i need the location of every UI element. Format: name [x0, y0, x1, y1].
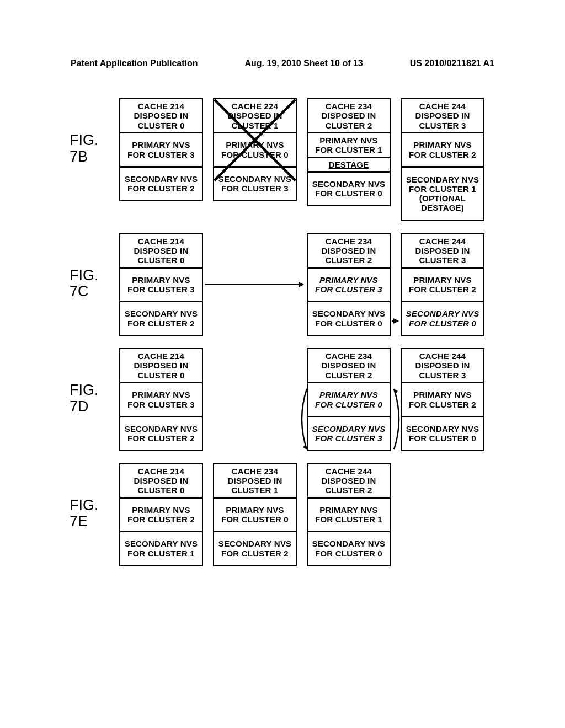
fig-7e: FIG. 7E CACHE 214 DISPOSED IN CLUSTER 0 … — [70, 463, 495, 565]
fig-label-7c: FIG. 7C — [70, 233, 119, 300]
secondary-cell: SECONDARY NVS FOR CLUSTER 2 — [119, 166, 203, 201]
arrow-icon — [205, 284, 303, 285]
primary-cell: PRIMARY NVS FOR CLUSTER 2 — [401, 382, 484, 417]
primary-cell: PRIMARY NVS FOR CLUSTER 0 — [213, 497, 297, 532]
fig-label-7b: FIG. 7B — [70, 98, 119, 165]
header-left: Patent Application Publication — [71, 58, 198, 68]
header-right: US 2010/0211821 A1 — [410, 58, 494, 68]
fig-label-1: FIG. — [70, 267, 99, 283]
secondary-cell: SECONDARY NVS FOR CLUSTER 3 — [213, 166, 297, 201]
fig-label-2: 7D — [70, 398, 89, 415]
cache-cell: CACHE 244 DISPOSED IN CLUSTER 3 — [401, 233, 484, 269]
fig-label-7d: FIG. 7D — [70, 348, 119, 415]
optional-destage-text: (OPTIONAL DESTAGE) — [403, 194, 482, 213]
primary-cell: PRIMARY NVS FOR CLUSTER 0 — [307, 382, 391, 417]
cache-cell: CACHE 214 DISPOSED IN CLUSTER 0 — [119, 233, 203, 269]
cache-cell: CACHE 214 DISPOSED IN CLUSTER 0 — [119, 463, 203, 499]
fig-7e-col1: CACHE 234 DISPOSED IN CLUSTER 1 PRIMARY … — [213, 463, 297, 565]
primary-cell: PRIMARY NVS FOR CLUSTER 3 — [307, 267, 391, 302]
header-mid: Aug. 19, 2010 Sheet 10 of 13 — [244, 58, 363, 68]
primary-cell: PRIMARY NVS FOR CLUSTER 2 — [401, 267, 484, 302]
fig-7b-col0: CACHE 214 DISPOSED IN CLUSTER 0 PRIMARY … — [119, 98, 203, 220]
secondary-cell: SECONDARY NVS FOR CLUSTER 1 — [119, 531, 203, 566]
fig-7d-columns: CACHE 214 DISPOSED IN CLUSTER 0 PRIMARY … — [119, 348, 495, 450]
fig-7c: FIG. 7C CACHE 214 DISPOSED IN CLUSTER 0 … — [70, 233, 495, 335]
arrow-icon — [392, 320, 398, 322]
secondary-cell: SECONDARY NVS FOR CLUSTER 0 — [401, 301, 484, 336]
fig-7b-col2: CACHE 234 DISPOSED IN CLUSTER 2 PRIMARY … — [307, 98, 391, 220]
secondary-cell: SECONDARY NVS FOR CLUSTER 2 — [213, 531, 297, 566]
fig-label-1: FIG. — [70, 497, 99, 513]
secondary-cell: SECONDARY NVS FOR CLUSTER 1 (OPTIONAL DE… — [401, 166, 484, 221]
primary-cell: PRIMARY NVS FOR CLUSTER 2 — [401, 132, 484, 168]
fig-label-2: 7E — [70, 513, 88, 529]
cache-cell: CACHE 244 DISPOSED IN CLUSTER 3 — [401, 98, 484, 133]
cache-cell: CACHE 234 DISPOSED IN CLUSTER 2 — [307, 233, 391, 269]
secondary-text: SECONDARY NVS FOR CLUSTER 1 — [403, 175, 482, 194]
fig-7b-columns: CACHE 214 DISPOSED IN CLUSTER 0 PRIMARY … — [119, 98, 495, 220]
cache-cell: CACHE 234 DISPOSED IN CLUSTER 2 — [307, 348, 391, 383]
primary-cell: PRIMARY NVS FOR CLUSTER 0 — [213, 132, 297, 168]
fig-7e-col2: CACHE 244 DISPOSED IN CLUSTER 2 PRIMARY … — [307, 463, 391, 565]
secondary-cell: SECONDARY NVS FOR CLUSTER 0 — [307, 171, 391, 206]
cache-cell: CACHE 224 DISPOSED IN CLUSTER 1 — [213, 98, 297, 133]
page-header: Patent Application Publication Aug. 19, … — [0, 58, 565, 68]
fig-7b-col1-crossed: CACHE 224 DISPOSED IN CLUSTER 1 PRIMARY … — [213, 98, 297, 220]
cache-cell: CACHE 234 DISPOSED IN CLUSTER 1 — [213, 463, 297, 499]
fig-7c-col3: CACHE 244 DISPOSED IN CLUSTER 3 PRIMARY … — [401, 233, 484, 335]
primary-cell: PRIMARY NVS FOR CLUSTER 1 — [307, 132, 391, 158]
fig-7b: FIG. 7B CACHE 214 DISPOSED IN CLUSTER 0 … — [70, 98, 495, 220]
fig-label-1: FIG. — [70, 132, 99, 148]
cache-cell: CACHE 244 DISPOSED IN CLUSTER 2 — [307, 463, 391, 499]
fig-label-2: 7B — [70, 148, 88, 165]
fig-7b-col3: CACHE 244 DISPOSED IN CLUSTER 3 PRIMARY … — [401, 98, 484, 220]
secondary-cell: SECONDARY NVS FOR CLUSTER 0 — [307, 531, 391, 566]
fig-7d: FIG. 7D CACHE 214 DISPOSED IN CLUSTER 0 … — [70, 348, 495, 450]
fig-7d-col2: CACHE 234 DISPOSED IN CLUSTER 2 PRIMARY … — [307, 348, 391, 450]
primary-cell: PRIMARY NVS FOR CLUSTER 3 — [119, 267, 203, 302]
fig-label-2: 7C — [70, 283, 89, 299]
fig-7d-col3: CACHE 244 DISPOSED IN CLUSTER 3 PRIMARY … — [401, 348, 484, 450]
secondary-cell: SECONDARY NVS FOR CLUSTER 2 — [119, 301, 203, 336]
secondary-cell: SECONDARY NVS FOR CLUSTER 0 — [307, 301, 391, 336]
fig-7c-col0: CACHE 214 DISPOSED IN CLUSTER 0 PRIMARY … — [119, 233, 203, 335]
cache-cell: CACHE 234 DISPOSED IN CLUSTER 2 — [307, 98, 391, 133]
secondary-cell: SECONDARY NVS FOR CLUSTER 3 — [307, 416, 391, 451]
figures-content: FIG. 7B CACHE 214 DISPOSED IN CLUSTER 0 … — [70, 98, 495, 578]
cache-cell: CACHE 214 DISPOSED IN CLUSTER 0 — [119, 348, 203, 383]
primary-cell: PRIMARY NVS FOR CLUSTER 2 — [119, 497, 203, 532]
fig-7e-col0: CACHE 214 DISPOSED IN CLUSTER 0 PRIMARY … — [119, 463, 203, 565]
primary-cell: PRIMARY NVS FOR CLUSTER 3 — [119, 382, 203, 417]
fig-7d-col1-empty — [213, 348, 297, 450]
fig-label-1: FIG. — [70, 382, 99, 398]
fig-7c-col2: CACHE 234 DISPOSED IN CLUSTER 2 PRIMARY … — [307, 233, 391, 335]
primary-cell: PRIMARY NVS FOR CLUSTER 3 — [119, 132, 203, 168]
fig-7c-columns: CACHE 214 DISPOSED IN CLUSTER 0 PRIMARY … — [119, 233, 495, 335]
secondary-cell: SECONDARY NVS FOR CLUSTER 0 — [401, 416, 484, 451]
cache-cell: CACHE 214 DISPOSED IN CLUSTER 0 — [119, 98, 203, 133]
primary-cell: PRIMARY NVS FOR CLUSTER 1 — [307, 497, 391, 532]
destage-cell: DESTAGE — [307, 157, 391, 173]
fig-7e-columns: CACHE 214 DISPOSED IN CLUSTER 0 PRIMARY … — [119, 463, 495, 565]
secondary-cell: SECONDARY NVS FOR CLUSTER 2 — [119, 416, 203, 451]
fig-7d-col0: CACHE 214 DISPOSED IN CLUSTER 0 PRIMARY … — [119, 348, 203, 450]
cache-cell: CACHE 244 DISPOSED IN CLUSTER 3 — [401, 348, 484, 383]
fig-label-7e: FIG. 7E — [70, 463, 119, 530]
